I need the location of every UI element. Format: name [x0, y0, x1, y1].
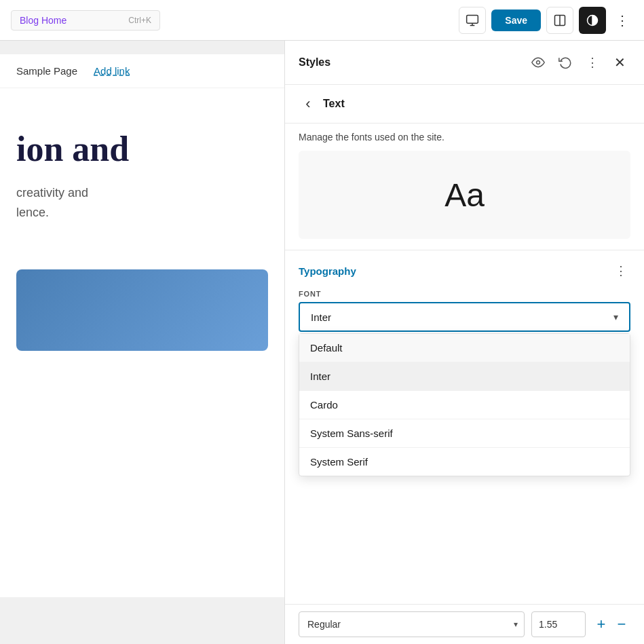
size-controls: + − [592, 615, 630, 633]
font-select-arrow-icon: ▾ [613, 311, 618, 322]
font-preview-section: Manage the fonts used on the site. Aa [285, 124, 644, 250]
font-preview-text: Aa [444, 176, 485, 214]
svg-point-6 [537, 61, 540, 64]
font-field-label: FONT [299, 290, 630, 298]
back-icon: ‹ [305, 95, 310, 113]
dropdown-item-system-sans-serif[interactable]: System Sans-serif [299, 419, 630, 448]
styles-header-icons: ⋮ ✕ [527, 52, 630, 73]
panels-icon [553, 14, 567, 27]
style-select-wrapper: Regular ▾ [299, 611, 525, 637]
search-text: Blog Home [20, 15, 67, 26]
more-options-btn[interactable]: ⋮ [611, 10, 633, 31]
contrast-icon-btn[interactable] [579, 7, 606, 34]
typography-more-icon: ⋮ [615, 263, 627, 278]
history-icon [558, 56, 572, 69]
styles-more-icon: ⋮ [586, 55, 599, 70]
font-preview-box: Aa [299, 151, 630, 239]
font-select-wrapper: Inter ▾ Default Inter Cardo System Sans-… [299, 302, 630, 332]
monitor-icon-btn[interactable] [459, 7, 486, 34]
canvas-content: Sample Page Add link ion and creativity … [0, 54, 284, 597]
section-header-row: Typography ⋮ [299, 261, 630, 280]
back-button[interactable]: ‹ [299, 94, 318, 113]
hero-title: ion and [16, 129, 268, 170]
bottom-controls: Regular ▾ + − [285, 604, 644, 644]
dropdown-item-default[interactable]: Default [299, 334, 630, 362]
hero-section: ion and creativity and lence. [0, 88, 284, 249]
text-panel-title: Text [323, 98, 345, 110]
font-manage-description: Manage the fonts used on the site. [299, 132, 630, 143]
size-increase-btn[interactable]: + [592, 615, 610, 633]
styles-panel: Styles ⋮ ✕ ‹ Text [284, 41, 644, 644]
font-select-display[interactable]: Inter ▾ [299, 302, 630, 332]
toolbar-right: Save ⋮ [459, 7, 633, 34]
history-icon-btn[interactable] [554, 52, 576, 73]
styles-panel-title: Styles [299, 56, 330, 69]
text-panel-header: ‹ Text [285, 85, 644, 124]
dropdown-item-system-serif[interactable]: System Serif [299, 448, 630, 476]
font-select-value: Inter [311, 311, 331, 323]
search-shortcut: Ctrl+K [128, 16, 151, 25]
font-style-select[interactable]: Regular [299, 611, 525, 637]
styles-header: Styles ⋮ ✕ [285, 41, 644, 85]
blue-decorative-block [16, 269, 268, 351]
hero-subtitle: creativity and lence. [16, 183, 261, 223]
typography-section-title: Typography [299, 265, 356, 277]
typography-more-btn[interactable]: ⋮ [611, 261, 630, 280]
plus-icon: + [597, 615, 606, 633]
site-nav: Sample Page Add link [0, 54, 284, 88]
font-dropdown: Default Inter Cardo System Sans-serif Sy… [299, 333, 630, 476]
font-size-input[interactable] [531, 611, 586, 637]
dropdown-item-inter[interactable]: Inter [299, 362, 630, 391]
size-decrease-btn[interactable]: − [613, 615, 630, 633]
canvas-area: Sample Page Add link ion and creativity … [0, 41, 284, 644]
search-bar[interactable]: Blog Home Ctrl+K [11, 10, 160, 31]
nav-item-sample-page[interactable]: Sample Page [16, 65, 77, 77]
eye-icon-btn[interactable] [527, 52, 549, 73]
typography-section: Typography ⋮ FONT Inter ▾ Default Inter … [285, 250, 644, 644]
toolbar: Blog Home Ctrl+K Save ⋮ [0, 0, 644, 41]
minus-icon: − [618, 615, 626, 633]
close-panel-btn[interactable]: ✕ [609, 52, 630, 73]
panels-icon-btn[interactable] [546, 7, 573, 34]
contrast-icon [586, 14, 599, 27]
toolbar-left: Blog Home Ctrl+K [11, 10, 160, 31]
svg-rect-0 [467, 15, 478, 23]
save-button[interactable]: Save [491, 10, 541, 31]
more-icon: ⋮ [615, 12, 629, 29]
dropdown-item-cardo[interactable]: Cardo [299, 391, 630, 419]
close-icon: ✕ [614, 54, 626, 71]
eye-icon [531, 56, 545, 69]
styles-more-btn[interactable]: ⋮ [582, 52, 603, 73]
nav-item-add-link[interactable]: Add link [94, 65, 130, 77]
monitor-icon [466, 14, 479, 27]
